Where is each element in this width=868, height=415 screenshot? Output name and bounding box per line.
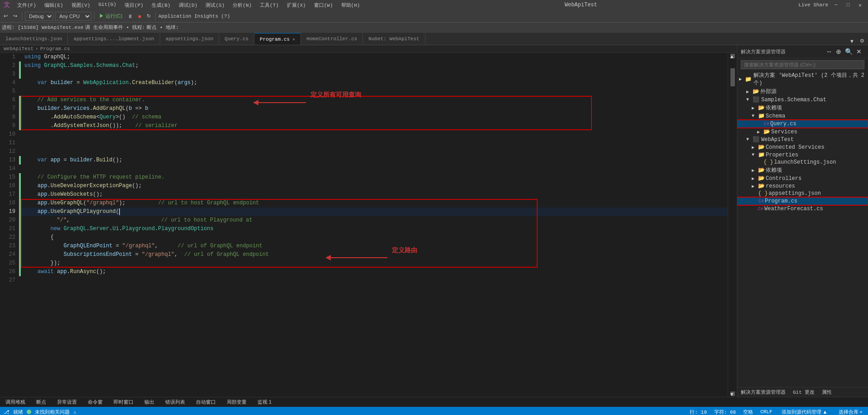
code-line-10[interactable] — [21, 130, 728, 139]
code-line-3[interactable] — [21, 70, 728, 79]
code-line-24[interactable]: SubscriptionsEndPoint = "/graphql", // u… — [21, 250, 728, 259]
tab-settings-btn[interactable]: ⚙ — [858, 37, 866, 45]
menu-analyze[interactable]: 分析(N) — [229, 1, 255, 9]
tree-dep-webapi[interactable]: ▶ 📂 依赖项 — [737, 166, 868, 174]
menu-window[interactable]: 窗口(W) — [310, 1, 337, 9]
code-line-5[interactable] — [21, 87, 728, 96]
tab-homecontroller[interactable]: HomeController.cs — [301, 33, 363, 45]
sidebar-close-btn[interactable]: ✕ — [855, 47, 863, 56]
sidebar-tab-git[interactable]: Git 更改 — [793, 389, 815, 396]
sidebar-tab-props[interactable]: 属性 — [822, 389, 832, 396]
restart-btn[interactable]: ↻ — [145, 12, 153, 20]
redo-btn[interactable]: ↪ — [11, 12, 19, 20]
menu-file[interactable]: 文件(F) — [14, 1, 40, 9]
tab-appsettings[interactable]: appsettings.json — [160, 33, 219, 45]
close-btn[interactable]: ✕ — [856, 2, 864, 8]
live-share-btn[interactable]: Live Share — [798, 2, 828, 8]
tree-solution-root[interactable]: ▶ 📁 解决方案 'WebApiTest' (2 个项目，共 2 个) — [737, 71, 868, 87]
tab-query[interactable]: Query.cs — [219, 33, 254, 45]
code-line-7[interactable]: builder.Services.AddGraphQL(b => b — [21, 104, 728, 113]
code-line-19[interactable]: app.UseGraphQLPlayground( — [21, 208, 728, 216]
menu-test[interactable]: 测试(S) — [202, 1, 228, 9]
code-line-15[interactable]: // Configure the HTTP request pipeline. — [21, 173, 728, 182]
bottom-tab-errors[interactable]: 错误列表 — [163, 399, 187, 406]
tree-dep-samples[interactable]: ▶ 📂 依赖项 — [737, 104, 868, 112]
tree-webapi-project[interactable]: ▼ ⬛ WebApiTest — [737, 136, 868, 143]
menu-extensions[interactable]: 扩展(X) — [283, 1, 310, 9]
code-line-8[interactable]: .AddAutoSchema<Query>() // schema — [21, 113, 728, 122]
scroll-track[interactable] — [728, 59, 737, 391]
code-line-27[interactable] — [21, 276, 728, 285]
undo-btn[interactable]: ↩ — [2, 12, 10, 20]
code-line-11[interactable] — [21, 139, 728, 147]
code-line-23[interactable]: GraphQLEndPoint = "/graphql", // url of … — [21, 242, 728, 250]
bottom-tab-command[interactable]: 命令窗 — [86, 399, 105, 406]
code-line-26[interactable]: await app.RunAsync(); — [21, 268, 728, 276]
sidebar-search-input[interactable] — [741, 60, 864, 69]
menu-git[interactable]: Git(G) — [95, 1, 120, 9]
sidebar-tool-btn-3[interactable]: 🔍 — [844, 47, 854, 56]
sidebar-tab-explorer[interactable]: 解决方案资源管理器 — [741, 389, 786, 396]
code-area[interactable]: using GraphQL; using GraphQL.Samples.Sch… — [21, 53, 728, 285]
menu-build[interactable]: 生成(B) — [148, 1, 174, 9]
bottom-tab-watch[interactable]: 监视 1 — [256, 399, 273, 406]
bottom-tab-auto[interactable]: 自动窗口 — [194, 399, 218, 406]
code-line-14[interactable] — [21, 165, 728, 173]
code-line-16[interactable]: app.UseDeveloperExceptionPage(); — [21, 182, 728, 190]
scroll-thumb[interactable] — [730, 68, 735, 86]
tree-weather[interactable]: C# WeatherForecast.cs — [737, 205, 868, 212]
tree-launch-settings[interactable]: { } launchSettings.json — [737, 159, 868, 166]
tree-samples-project[interactable]: ▼ ⬛ Samples.Schemas.Chat — [737, 96, 868, 104]
code-line-13[interactable]: var app = builder.Build(); — [21, 156, 728, 165]
tree-query-cs[interactable]: C# Query.cs — [737, 120, 868, 128]
code-line-1[interactable]: using GraphQL; — [21, 53, 728, 61]
code-line-4[interactable]: var builder = WebApplication.CreateBuild… — [21, 79, 728, 87]
maximize-btn[interactable]: □ — [844, 2, 853, 8]
bottom-tab-immediate[interactable]: 即时窗口 — [112, 399, 135, 406]
code-line-12[interactable] — [21, 147, 728, 156]
add-to-vcs-btn[interactable]: 添加到源代码管理 ▲ — [780, 408, 830, 415]
tree-controllers[interactable]: ▶ 📂 Controllers — [737, 174, 868, 182]
tab-list-btn[interactable]: ▼ — [848, 38, 856, 45]
bottom-tab-exceptions[interactable]: 异常设置 — [55, 399, 79, 406]
tree-schema-folder[interactable]: ▼ 📁 Schema — [737, 112, 868, 120]
code-line-18[interactable]: app.UseGraphQL("/graphql"); // url to ho… — [21, 199, 728, 208]
tree-connected-services[interactable]: ▶ 📂 Connected Services — [737, 143, 868, 151]
bottom-tab-output[interactable]: 输出 — [143, 399, 156, 406]
code-line-22[interactable]: { — [21, 233, 728, 242]
select-repo-btn[interactable]: 选择合库 + — [837, 408, 864, 415]
pause-btn[interactable]: ⏸ — [126, 13, 134, 20]
code-line-17[interactable]: app.UseWebSockets(); — [21, 190, 728, 199]
scroll-down-btn[interactable]: ▼ — [730, 391, 735, 396]
menu-debug[interactable]: 调试(D) — [175, 1, 201, 9]
code-editor-wrapper[interactable]: using GraphQL; using GraphQL.Samples.Sch… — [21, 53, 728, 397]
tree-properties[interactable]: ▼ 📁 Properties — [737, 151, 868, 159]
platform-dropdown[interactable]: Any CPU — [55, 12, 91, 21]
tab-program[interactable]: Program.cs ✕ — [254, 33, 301, 45]
menu-project[interactable]: 项目(P) — [121, 1, 147, 9]
tree-services[interactable]: ▶ 📂 Services — [737, 128, 868, 136]
code-line-20[interactable]: "/", // url to host Playground at — [21, 216, 728, 225]
minimize-btn[interactable]: ─ — [832, 2, 840, 8]
menu-tools[interactable]: 工具(T) — [256, 1, 282, 9]
tree-appsettings[interactable]: { } appsettings.json — [737, 190, 868, 197]
code-line-9[interactable]: .AddSystemTextJson()); // serializer — [21, 122, 728, 130]
bottom-tab-locals[interactable]: 局部变量 — [225, 399, 248, 406]
scroll-up-btn[interactable]: ▲ — [730, 54, 735, 58]
menu-view[interactable]: 视图(V) — [68, 1, 94, 9]
tree-program-cs[interactable]: C# Program.cs — [737, 197, 868, 205]
sidebar-tool-btn-2[interactable]: ⊕ — [835, 47, 842, 56]
code-line-21[interactable]: new GraphQL.Server.Ui.Playground.Playgro… — [21, 225, 728, 233]
run-btn[interactable]: ▶ 运行(C) — [97, 12, 124, 20]
code-line-6[interactable]: // Add services to the container. — [21, 96, 728, 104]
tab-close-icon[interactable]: ✕ — [292, 37, 295, 42]
tab-launchsettings[interactable]: launchSettings.json — [0, 33, 68, 45]
code-line-25[interactable]: }); — [21, 259, 728, 268]
sidebar-tool-btn-1[interactable]: ↔ — [825, 47, 833, 56]
tree-resources[interactable]: ▶ 📂 resources — [737, 182, 868, 190]
debug-config-dropdown[interactable]: Debug — [25, 12, 53, 21]
code-line-2[interactable]: using GraphQL.Samples.Schemas.Chat; — [21, 61, 728, 70]
tab-nuget[interactable]: NuGet: WebApiTest — [363, 33, 425, 45]
menu-edit[interactable]: 编辑(E) — [41, 1, 67, 9]
bottom-tab-callstack[interactable]: 调用堆栈 — [4, 399, 27, 406]
